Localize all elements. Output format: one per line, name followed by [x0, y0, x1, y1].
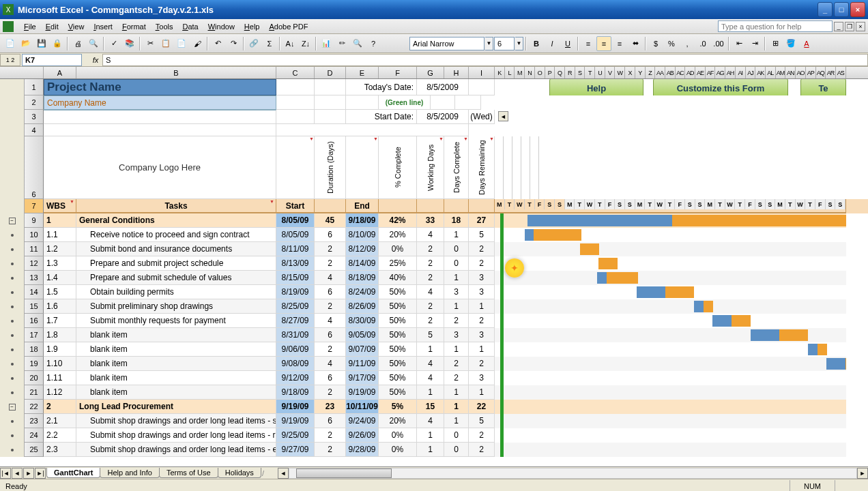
- col-X[interactable]: X: [625, 67, 635, 78]
- col-H[interactable]: H: [444, 67, 469, 78]
- pct-cell[interactable]: 50%: [379, 342, 417, 357]
- task-cell[interactable]: Submit preliminary shop drawings: [76, 299, 276, 314]
- dc-cell[interactable]: 2: [444, 314, 469, 328]
- col-AC[interactable]: AC: [676, 67, 686, 78]
- col-AL[interactable]: AL: [766, 67, 776, 78]
- row-21[interactable]: 21: [25, 385, 44, 400]
- row-3[interactable]: 3: [25, 110, 44, 124]
- dur-cell[interactable]: 4: [315, 357, 346, 371]
- fillcolor-icon[interactable]: 🪣: [783, 36, 798, 51]
- help-button[interactable]: Help: [549, 79, 643, 95]
- wd-cell[interactable]: 4: [417, 285, 444, 299]
- fmtpaint-icon[interactable]: 🖌: [190, 36, 205, 51]
- tab-last[interactable]: ►|: [35, 468, 46, 479]
- pct-cell[interactable]: 42%: [379, 213, 417, 228]
- hscroll[interactable]: ◄ ►: [278, 468, 868, 479]
- menu-edit[interactable]: Edit: [41, 21, 63, 32]
- row-20[interactable]: 20: [25, 371, 44, 385]
- gantt-bar[interactable]: [495, 215, 846, 226]
- incind-icon[interactable]: ⇥: [747, 36, 762, 51]
- end-cell[interactable]: 8/14/09: [346, 256, 379, 271]
- start-cell[interactable]: 9/27/09: [276, 443, 315, 457]
- dur-cell[interactable]: 4: [315, 314, 346, 328]
- dur-cell[interactable]: 2: [315, 443, 346, 457]
- dr-cell[interactable]: 3: [469, 328, 495, 342]
- wd-cell[interactable]: 2: [417, 256, 444, 271]
- end-cell[interactable]: 8/24/09: [346, 285, 379, 299]
- row-23[interactable]: 23: [25, 414, 44, 428]
- sortdesc-icon[interactable]: Z↓: [298, 36, 313, 51]
- dur-cell[interactable]: 2: [315, 242, 346, 256]
- cut-icon[interactable]: ✂: [143, 36, 158, 51]
- wbs-cell[interactable]: 2.1: [44, 414, 76, 428]
- start-cell[interactable]: 8/25/09: [276, 299, 315, 314]
- pct-cell[interactable]: 50%: [379, 357, 417, 371]
- end-cell[interactable]: 9/28/09: [346, 443, 379, 457]
- dc-cell[interactable]: 3: [444, 285, 469, 299]
- alignright-icon[interactable]: ≡: [612, 36, 627, 51]
- doc-restore-button[interactable]: ❐: [845, 22, 854, 31]
- end-cell[interactable]: 9/18/09: [346, 213, 379, 228]
- dur-cell[interactable]: 6: [315, 285, 346, 299]
- col-B[interactable]: B: [76, 67, 276, 78]
- save-icon[interactable]: 💾: [34, 36, 49, 51]
- col-L[interactable]: L: [505, 67, 515, 78]
- wd-cell[interactable]: 4: [417, 414, 444, 428]
- col-AS[interactable]: AS: [836, 67, 846, 78]
- gantt-bar[interactable]: [751, 329, 808, 341]
- end-cell[interactable]: 9/17/09: [346, 371, 379, 385]
- tasks-header[interactable]: Tasks▼: [76, 199, 276, 213]
- wbs-cell[interactable]: 1: [44, 213, 76, 228]
- percent-icon[interactable]: %: [664, 36, 679, 51]
- col-AM[interactable]: AM: [776, 67, 786, 78]
- end-cell[interactable]: 9/05/09: [346, 328, 379, 342]
- row-13[interactable]: 13: [25, 271, 44, 285]
- wbs-cell[interactable]: 1.7: [44, 314, 76, 328]
- row-12[interactable]: 12: [25, 256, 44, 271]
- wbs-cell[interactable]: 1.6: [44, 299, 76, 314]
- customize-button[interactable]: Customize this Form: [653, 79, 788, 95]
- dur-cell[interactable]: 6: [315, 414, 346, 428]
- menu-tools[interactable]: Tools: [151, 21, 178, 32]
- col-AJ[interactable]: AJ: [746, 67, 756, 78]
- wbs-cell[interactable]: 1.9: [44, 342, 76, 357]
- maximize-button[interactable]: □: [834, 2, 849, 17]
- pct-cell[interactable]: 50%: [379, 371, 417, 385]
- chart-icon[interactable]: 📊: [319, 36, 334, 51]
- project-name[interactable]: Project Name: [44, 79, 276, 95]
- dur-cell[interactable]: 6: [315, 328, 346, 342]
- col-AF[interactable]: AF: [706, 67, 716, 78]
- pct-cell[interactable]: 5%: [379, 400, 417, 414]
- wbs-header[interactable]: WBS▼: [44, 199, 76, 213]
- research-icon[interactable]: 📚: [122, 36, 137, 51]
- open-icon[interactable]: 📂: [18, 36, 33, 51]
- dr-cell[interactable]: 22: [469, 400, 495, 414]
- dr-cell[interactable]: 5: [469, 228, 495, 242]
- gantt-bar[interactable]: [694, 301, 713, 312]
- gantt-bar[interactable]: [495, 401, 846, 413]
- start-cell[interactable]: 8/05/09: [276, 213, 315, 228]
- col-F[interactable]: F: [379, 67, 417, 78]
- help-icon[interactable]: ?: [366, 36, 381, 51]
- dr-cell[interactable]: 2: [469, 256, 495, 271]
- col-AE[interactable]: AE: [695, 67, 706, 78]
- task-cell[interactable]: Submit monthly requests for payment: [76, 314, 276, 328]
- row-19[interactable]: 19: [25, 357, 44, 371]
- start-date[interactable]: 8/5/2009: [417, 110, 469, 124]
- dur-cell[interactable]: 45: [315, 213, 346, 228]
- dr-cell[interactable]: 2: [469, 242, 495, 256]
- start-cell[interactable]: 9/08/09: [276, 357, 315, 371]
- company-name[interactable]: Company Name: [44, 95, 276, 110]
- start-header[interactable]: Start: [276, 199, 315, 213]
- dr-cell[interactable]: 3: [469, 371, 495, 385]
- wbs-cell[interactable]: 1.3: [44, 256, 76, 271]
- dc-cell[interactable]: 1: [444, 342, 469, 357]
- col-AH[interactable]: AH: [725, 67, 736, 78]
- col-AI[interactable]: AI: [736, 67, 746, 78]
- comma-icon[interactable]: ,: [680, 36, 695, 51]
- end-cell[interactable]: 9/19/09: [346, 385, 379, 400]
- row-4[interactable]: 4: [25, 124, 44, 136]
- name-box[interactable]: K7: [22, 54, 82, 66]
- task-cell[interactable]: blank item: [76, 357, 276, 371]
- sortasc-icon[interactable]: A↓: [283, 36, 298, 51]
